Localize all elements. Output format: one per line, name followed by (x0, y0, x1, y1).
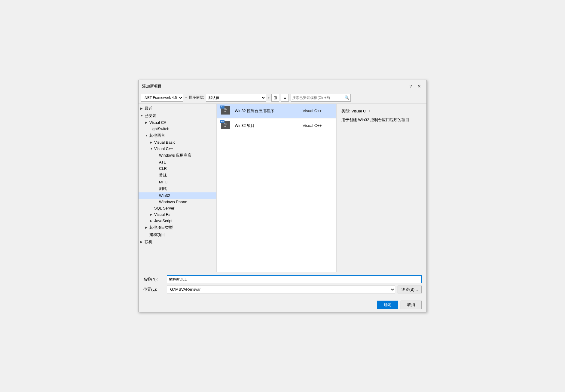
tree-item-visual-cpp[interactable]: ▼ Visual C++ (139, 145, 216, 152)
tree-item-recent[interactable]: ▶ 最近 (139, 105, 216, 112)
tree-label-win32: Win32 (159, 193, 170, 198)
tree-label-visual-cpp: Visual C++ (154, 146, 173, 151)
tree-label-clr: CLR (159, 166, 167, 171)
template-list: C\A ++ Win32 控制台应用程序Visual C++ C\A ++ Wi… (217, 104, 336, 272)
tree-label-general: 常规 (159, 173, 167, 178)
search-box: 🔍 (291, 94, 351, 102)
location-select[interactable]: G:\MSVAR\msvar (167, 286, 395, 293)
template-icon-win32-console: C\A ++ (220, 106, 231, 116)
main-content: ▶ 最近 ▼ 已安装 ▶ Visual C# LightSwitch ▼ 其他语… (139, 104, 426, 272)
tree-item-windows-phone[interactable]: Windows Phone (139, 199, 216, 205)
tree-item-installed[interactable]: ▼ 已安装 (139, 112, 216, 119)
tree-label-modeling: 建模项目 (149, 232, 165, 237)
sort-select[interactable]: 默认值 (206, 94, 266, 102)
right-panel: 类型: Visual C++ 用于创建 Win32 控制台应用程序的项目 (336, 104, 426, 272)
action-buttons: 确定 取消 (139, 299, 426, 312)
tree-label-windows-phone: Windows Phone (159, 200, 187, 204)
close-button[interactable]: ✕ (416, 83, 423, 90)
sort-label: 排序依据: (189, 95, 204, 100)
tree-item-other-proj[interactable]: ▶ 其他项目类型 (139, 224, 216, 231)
template-type-win32-console: Visual C++ (303, 109, 333, 113)
tree-label-atl: ATL (159, 160, 166, 164)
tree-label-recent: 最近 (145, 106, 152, 111)
template-name-win32-console: Win32 控制台应用程序 (235, 108, 299, 114)
tree-label-visual-cs: Visual C# (149, 120, 166, 125)
tree-label-javascript: JavaScript (154, 219, 173, 223)
ok-button[interactable]: 确定 (377, 301, 398, 309)
tree-label-sql-server: SQL Server (154, 206, 174, 210)
tree-item-sql-server[interactable]: SQL Server (139, 205, 216, 211)
tree-arrow-other-proj: ▶ (145, 226, 149, 229)
tree-item-windows-store[interactable]: Windows 应用商店 (139, 152, 216, 159)
dialog-title: 添加新项目 (142, 84, 162, 89)
toolbar-separator-2: ▾ (268, 96, 270, 100)
tree-item-lightswitch[interactable]: LightSwitch (139, 126, 216, 132)
tree-item-javascript[interactable]: ▶ JavaScript (139, 218, 216, 224)
search-icon: 🔍 (344, 95, 349, 100)
tree-label-test: 测试 (159, 186, 167, 191)
tree-item-clr[interactable]: CLR (139, 165, 216, 172)
description: 用于创建 Win32 控制台应用程序的项目 (341, 117, 422, 123)
tree-label-visual-fs: Visual F# (154, 212, 170, 217)
add-new-project-dialog: 添加新项目 ? ✕ .NET Framework 4.5 ▾ 排序依据: 默认值… (138, 80, 427, 312)
tree-label-windows-store: Windows 应用商店 (159, 153, 191, 158)
toolbar: .NET Framework 4.5 ▾ 排序依据: 默认值 ▾ ⊞ ≡ 🔍 (139, 92, 426, 104)
location-label: 位置(L): (143, 287, 164, 292)
tree-label-installed: 已安装 (145, 113, 156, 118)
bottom-bar: 名称(N): 位置(L): G:\MSVAR\msvar 浏览(B)... (139, 272, 426, 299)
title-bar-controls: ? ✕ (407, 83, 423, 90)
tree-item-visual-basic[interactable]: ▶ Visual Basic (139, 139, 216, 145)
name-label: 名称(N): (143, 277, 164, 282)
tree-arrow-visual-cpp: ▼ (150, 147, 154, 150)
grid-view-button[interactable]: ⊞ (271, 94, 279, 102)
title-bar: 添加新项目 ? ✕ (139, 80, 426, 92)
tree-item-other-lang[interactable]: ▼ 其他语言 (139, 132, 216, 139)
tree-label-online: 联机 (145, 239, 152, 245)
name-row: 名称(N): (143, 275, 422, 283)
tree-arrow-installed: ▼ (140, 114, 145, 117)
tree-arrow-visual-fs: ▶ (150, 213, 154, 216)
template-type-win32-project: Visual C++ (303, 123, 333, 128)
search-input[interactable] (292, 96, 344, 100)
left-panel: ▶ 最近 ▼ 已安装 ▶ Visual C# LightSwitch ▼ 其他语… (139, 104, 217, 272)
tree-item-modeling[interactable]: 建模项目 (139, 231, 216, 238)
help-button[interactable]: ? (407, 83, 414, 90)
toolbar-separator-1: ▾ (185, 96, 187, 100)
tree-arrow-other-lang: ▼ (145, 134, 149, 137)
tree-label-lightswitch: LightSwitch (149, 127, 169, 131)
tree-arrow-online: ▶ (140, 240, 145, 243)
template-item-win32-project[interactable]: C\A ++ Win32 项目Visual C++ (217, 118, 336, 133)
tree-item-online[interactable]: ▶ 联机 (139, 238, 216, 246)
tree-label-other-proj: 其他项目类型 (149, 225, 173, 230)
tree-arrow-recent: ▶ (140, 107, 145, 110)
tree-label-mfc: MFC (159, 180, 167, 184)
type-label: 类型: Visual C++ (341, 109, 422, 114)
tree-item-test[interactable]: 测试 (139, 185, 216, 192)
template-icon-win32-project: C\A ++ (220, 120, 231, 131)
name-input[interactable] (167, 275, 422, 283)
location-row: 位置(L): G:\MSVAR\msvar 浏览(B)... (143, 286, 422, 293)
tree-arrow-visual-cs: ▶ (145, 121, 149, 124)
tree-item-mfc[interactable]: MFC (139, 179, 216, 185)
list-view-button[interactable]: ≡ (281, 94, 289, 102)
tree-arrow-visual-basic: ▶ (150, 141, 154, 144)
tree-item-win32[interactable]: Win32 (139, 192, 216, 199)
framework-select[interactable]: .NET Framework 4.5 (141, 94, 183, 102)
tree-item-visual-cs[interactable]: ▶ Visual C# (139, 119, 216, 126)
tree-label-other-lang: 其他语言 (149, 133, 165, 138)
tree-item-general[interactable]: 常规 (139, 172, 216, 179)
template-name-win32-project: Win32 项目 (235, 123, 299, 128)
browse-button[interactable]: 浏览(B)... (398, 286, 422, 293)
tree-arrow-javascript: ▶ (150, 219, 154, 222)
tree-label-visual-basic: Visual Basic (154, 140, 176, 145)
template-item-win32-console[interactable]: C\A ++ Win32 控制台应用程序Visual C++ (217, 104, 336, 118)
tree-item-visual-fs[interactable]: ▶ Visual F# (139, 211, 216, 218)
tree-item-atl[interactable]: ATL (139, 159, 216, 165)
cancel-button[interactable]: 取消 (401, 301, 422, 309)
